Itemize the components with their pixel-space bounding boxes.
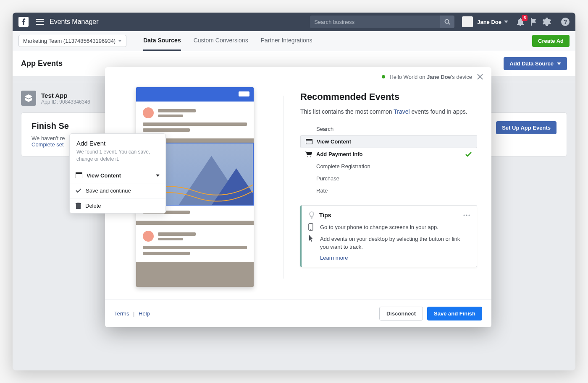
tab-partner-integrations[interactable]: Partner Integrations <box>261 31 312 51</box>
create-ad-button[interactable]: Create Ad <box>532 35 570 47</box>
disconnect-button[interactable]: Disconnect <box>379 307 423 320</box>
tab-data-sources[interactable]: Data Sources <box>143 31 181 51</box>
event-rate[interactable]: Rate <box>300 185 477 197</box>
chevron-down-icon <box>156 175 160 177</box>
complete-setup-link[interactable]: Complete set <box>32 141 64 148</box>
svg-point-0 <box>445 20 449 23</box>
add-data-source-button[interactable]: Add Data Source <box>504 57 567 70</box>
tip-row: Add events on your desktop by selecting … <box>308 235 470 251</box>
popover-save-continue[interactable]: Save and continue <box>70 183 165 198</box>
flag-icon[interactable] <box>530 18 537 26</box>
avatar[interactable] <box>462 16 473 27</box>
recommended-list: Search View Content Add Payment Info Com… <box>300 123 477 197</box>
recommended-desc: This list contains the most common Trave… <box>300 107 477 116</box>
tips-box: Tips Go to your phone to change screens … <box>300 205 477 267</box>
add-event-popover: Add Event We found 1 event. You can save… <box>69 133 166 214</box>
chevron-down-icon <box>557 63 561 65</box>
more-icon[interactable] <box>463 214 470 216</box>
lightbulb-icon <box>308 211 315 219</box>
menu-icon[interactable] <box>36 19 44 25</box>
status-dot-icon <box>382 75 385 78</box>
tab-custom-conversions[interactable]: Custom Conversions <box>194 31 248 51</box>
search-input[interactable] <box>310 16 440 28</box>
help-link[interactable]: Help <box>139 310 150 317</box>
settings-icon[interactable] <box>543 18 551 26</box>
svg-point-14 <box>310 229 311 230</box>
close-icon[interactable] <box>476 73 484 81</box>
tip-row: Go to your phone to change screens in yo… <box>308 223 470 232</box>
svg-rect-9 <box>306 139 312 141</box>
popover-delete[interactable]: Delete <box>70 198 165 213</box>
subnav: Marketing Team (1137485643196934) Data S… <box>13 31 575 51</box>
phone-header <box>136 87 254 102</box>
travel-link[interactable]: Travel <box>394 108 410 115</box>
search-wrap: Jane Doe 6 ? <box>310 16 570 28</box>
help-icon[interactable]: ? <box>561 18 570 26</box>
event-search[interactable]: Search <box>300 123 477 135</box>
search-icon <box>444 19 450 25</box>
learn-more-link[interactable]: Learn more <box>320 255 470 261</box>
save-finish-button[interactable]: Save and Finish <box>427 307 482 320</box>
content-icon <box>76 172 82 178</box>
modal-footer: Terms | Help Disconnect Save and Finish <box>105 300 491 327</box>
check-icon <box>76 188 81 193</box>
card-title: Finish Se <box>32 121 69 131</box>
event-view-content[interactable]: View Content <box>300 135 477 148</box>
app-title: Events Manager <box>50 18 99 26</box>
app-window: Events Manager Jane Doe 6 <box>13 13 575 370</box>
chevron-down-icon <box>504 21 508 23</box>
facebook-logo[interactable] <box>18 17 29 27</box>
feed-avatar <box>143 231 154 242</box>
trash-icon <box>76 203 81 209</box>
feed-card <box>136 102 254 138</box>
popover-title: Add Event <box>76 140 159 147</box>
app-id: App ID: 90843346346 <box>41 99 90 105</box>
event-purchase[interactable]: Purchase <box>300 172 477 185</box>
terms-link[interactable]: Terms <box>114 310 129 317</box>
svg-point-11 <box>466 215 467 216</box>
svg-text:?: ? <box>564 18 567 25</box>
setup-app-events-button[interactable]: Set Up App Events <box>496 121 556 134</box>
notifications-icon[interactable]: 6 <box>517 18 524 26</box>
app-name: Test App <box>41 92 90 99</box>
feed-avatar <box>143 107 154 118</box>
svg-point-10 <box>464 215 465 216</box>
team-dropdown[interactable]: Marketing Team (1137485643196934) <box>18 35 126 47</box>
section-title: App Events <box>21 59 63 68</box>
svg-point-12 <box>469 215 470 216</box>
search-button[interactable] <box>440 16 454 28</box>
recommended-title: Recommended Events <box>300 91 477 102</box>
tips-title: Tips <box>319 212 459 219</box>
cursor-icon <box>308 235 315 251</box>
popover-view-content[interactable]: View Content <box>70 168 165 183</box>
cart-icon <box>305 151 312 157</box>
top-icons: 6 ? <box>517 18 570 26</box>
username-dropdown[interactable]: Jane Doe <box>477 19 508 25</box>
notification-badge: 6 <box>522 15 528 21</box>
phone-icon <box>308 223 315 232</box>
check-icon <box>465 152 472 157</box>
modal-status-bar: Hello World on Jane Doe's device <box>105 67 491 83</box>
popover-desc: We found 1 event. You can save, change o… <box>76 149 159 163</box>
svg-rect-4 <box>76 172 82 174</box>
content-icon <box>306 139 312 144</box>
app-icon <box>21 91 36 106</box>
event-add-payment[interactable]: Add Payment Info <box>300 148 477 160</box>
chevron-down-icon <box>118 40 122 42</box>
nav-tabs: Data Sources Custom Conversions Partner … <box>143 31 312 51</box>
event-complete-registration[interactable]: Complete Registration <box>300 160 477 172</box>
topbar: Events Manager Jane Doe 6 <box>13 13 575 31</box>
